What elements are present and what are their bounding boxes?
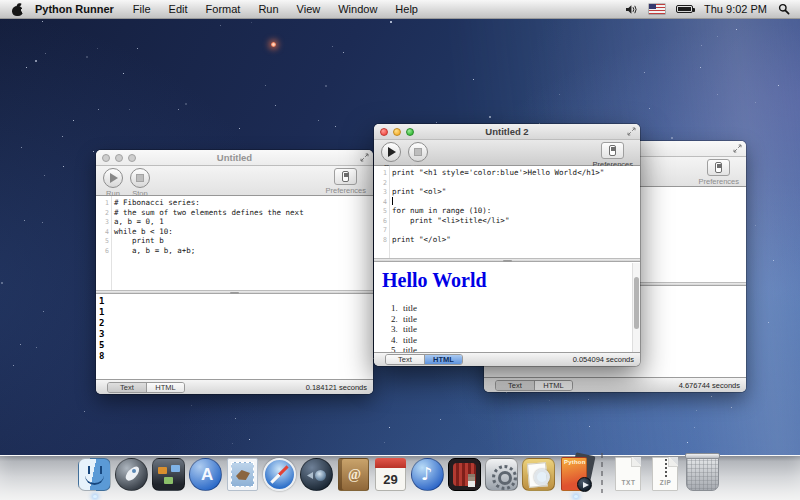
menu-help[interactable]: Help xyxy=(386,3,427,15)
battery-icon[interactable] xyxy=(676,5,693,13)
volume-icon[interactable] xyxy=(625,4,638,15)
toggle-icon xyxy=(342,171,349,182)
output-mode-switch: Text HTML xyxy=(385,354,463,365)
itunes-icon[interactable] xyxy=(409,453,446,493)
scrollbar[interactable] xyxy=(632,263,640,352)
apple-menu-icon[interactable] xyxy=(12,3,23,16)
stop-icon xyxy=(414,148,422,156)
output-heading: Hello World xyxy=(382,269,640,292)
tab-html[interactable]: HTML xyxy=(534,381,572,390)
window-untitled-2: Untitled 2 Run Stop Preferences 1print "… xyxy=(374,124,640,366)
status-bar: Text HTML 0.054094 seconds xyxy=(374,352,640,366)
red-star xyxy=(271,42,276,47)
code-editor[interactable]: 1print "<h1 style='color:blue'>Hello Wor… xyxy=(374,166,640,258)
dock: 29PythonTXTZIP xyxy=(0,444,800,500)
code-line: 7 xyxy=(374,225,640,235)
spotlight-icon[interactable] xyxy=(778,3,790,15)
status-bar: Text HTML 0.184121 seconds xyxy=(96,379,373,394)
code-editor[interactable]: 1# Fibonacci series:2# the sum of two el… xyxy=(96,196,373,290)
code-line: 5for num in range (10): xyxy=(374,206,640,216)
resize-icon[interactable] xyxy=(733,144,742,153)
window-untitled: Untitled Run Stop Preferences 1# Fibonac… xyxy=(96,150,373,394)
output-pane[interactable]: Hello World titletitletitletitletitletit… xyxy=(374,262,640,352)
dock-items: 29PythonTXTZIP xyxy=(76,451,721,493)
app-store-icon[interactable] xyxy=(187,453,224,493)
tab-html[interactable]: HTML xyxy=(424,355,462,364)
running-indicator xyxy=(93,495,97,498)
input-language-flag-icon[interactable] xyxy=(649,4,665,14)
preview-icon[interactable] xyxy=(520,453,557,493)
mail-icon[interactable] xyxy=(224,453,261,493)
safari-icon[interactable] xyxy=(261,453,298,493)
list-item: title xyxy=(400,324,640,335)
text-output: 112358 xyxy=(96,294,373,362)
tab-text[interactable]: Text xyxy=(108,383,146,392)
address-book-icon[interactable] xyxy=(335,453,372,493)
resize-icon[interactable] xyxy=(360,153,369,162)
running-indicator xyxy=(574,495,578,498)
finder-icon[interactable] xyxy=(76,453,113,493)
code-line: 3a, b = 0, 1 xyxy=(96,217,373,227)
photo-booth-icon[interactable] xyxy=(446,453,483,493)
list-item: title xyxy=(400,335,640,346)
python-runner-icon[interactable]: Python xyxy=(557,453,594,493)
line-number: 8 xyxy=(374,236,387,246)
run-button[interactable]: Run xyxy=(103,168,123,198)
preferences-button[interactable]: Preferences xyxy=(699,159,739,186)
menu-view[interactable]: View xyxy=(288,3,330,15)
titlebar[interactable]: Untitled xyxy=(96,150,373,166)
play-icon xyxy=(388,147,396,157)
output-line: 3 xyxy=(99,329,373,340)
output-mode-switch: Text HTML xyxy=(495,380,573,391)
scrollbar-thumb[interactable] xyxy=(634,277,639,329)
code-line: 2# the sum of two elements defines the n… xyxy=(96,208,373,218)
system-preferences-icon[interactable] xyxy=(483,453,520,493)
output-line: 5 xyxy=(99,340,373,351)
status-bar: Text HTML 4.676744 seconds xyxy=(484,377,746,392)
output-line: 8 xyxy=(99,351,373,362)
preferences-button[interactable]: Preferences xyxy=(593,142,633,169)
elapsed-time: 0.054094 seconds xyxy=(573,355,634,364)
elapsed-time: 4.676744 seconds xyxy=(679,381,740,390)
dock-separator-icon xyxy=(595,451,609,493)
txt-document-icon[interactable]: TXT xyxy=(610,453,647,493)
minimize-button[interactable] xyxy=(393,128,401,136)
zoom-button[interactable] xyxy=(406,128,414,136)
menu-window[interactable]: Window xyxy=(329,3,386,15)
code-line: 5 print b xyxy=(96,236,373,246)
mission-control-icon[interactable] xyxy=(150,453,187,493)
tab-html[interactable]: HTML xyxy=(146,383,184,392)
menu-run[interactable]: Run xyxy=(249,3,287,15)
close-button[interactable] xyxy=(102,154,110,162)
titlebar[interactable]: Untitled 2 xyxy=(374,124,640,140)
tab-text[interactable]: Text xyxy=(386,355,424,364)
close-button[interactable] xyxy=(380,128,388,136)
resize-icon[interactable] xyxy=(627,127,636,136)
launchpad-icon[interactable] xyxy=(113,453,150,493)
code-line: 4 xyxy=(374,197,640,207)
window-controls xyxy=(380,128,414,136)
menu-edit[interactable]: Edit xyxy=(160,3,197,15)
status-menus: Thu 9:02 PM xyxy=(625,3,800,15)
preferences-button[interactable]: Preferences xyxy=(326,168,366,195)
code-line: 4while b < 10: xyxy=(96,227,373,237)
zip-document-icon[interactable]: ZIP xyxy=(647,453,684,493)
ical-icon[interactable]: 29 xyxy=(372,453,409,493)
tab-text[interactable]: Text xyxy=(496,381,534,390)
output-list: titletitletitletitletitletitle xyxy=(400,303,640,352)
output-pane[interactable]: 112358 xyxy=(96,294,373,379)
menu-file[interactable]: File xyxy=(124,3,160,15)
text-cursor xyxy=(392,197,393,205)
output-line: 2 xyxy=(99,318,373,329)
menu-format[interactable]: Format xyxy=(197,3,250,15)
minimize-button[interactable] xyxy=(115,154,123,162)
code-line: 8print "</ol>" xyxy=(374,235,640,245)
menu-clock[interactable]: Thu 9:02 PM xyxy=(704,3,767,15)
trash-icon[interactable] xyxy=(684,453,721,493)
list-item: title xyxy=(400,314,640,325)
zoom-button[interactable] xyxy=(128,154,136,162)
app-menu-title[interactable]: Python Runner xyxy=(29,3,120,15)
output-mode-switch: Text HTML xyxy=(107,382,185,393)
facetime-icon[interactable] xyxy=(298,453,335,493)
stop-button[interactable]: Stop xyxy=(130,168,150,198)
